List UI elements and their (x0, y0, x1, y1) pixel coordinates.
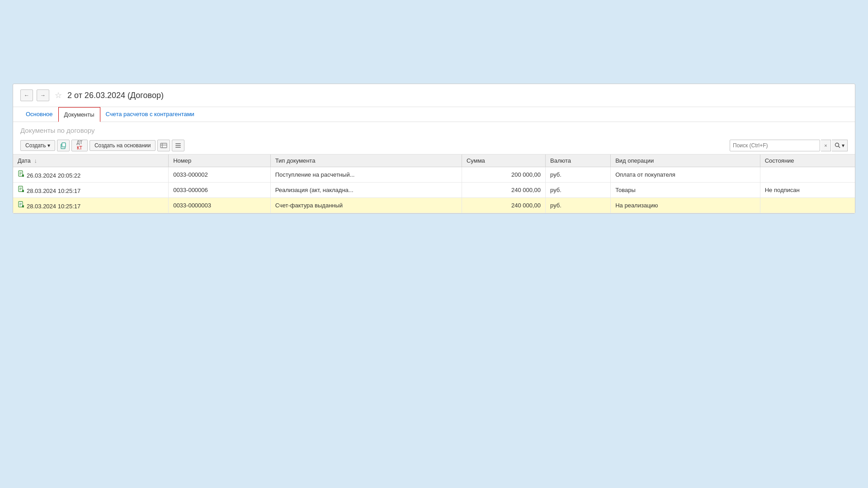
row-doc-icon (18, 201, 25, 208)
row-doc-icon (18, 186, 25, 193)
section-title: Документы по договору (13, 122, 855, 137)
cell-operation-1: Товары (611, 183, 760, 198)
col-operation[interactable]: Вид операции (611, 155, 760, 167)
cell-operation-0: Оплата от покупателя (611, 167, 760, 183)
table-row[interactable]: 28.03.2024 10:25:170033-000006Реализация… (13, 183, 855, 198)
cell-number-0: 0033-000002 (169, 167, 271, 183)
cell-type-1: Реализация (акт, накладна... (270, 183, 462, 198)
copy-button[interactable] (57, 140, 70, 151)
table-header: Дата ↓ Номер Тип документа Сумма Валюта … (13, 155, 855, 167)
kt-label: КТ (77, 145, 82, 151)
cell-number-1: 0033-000006 (169, 183, 271, 198)
cell-date-2: 28.03.2024 10:25:17 (13, 198, 169, 213)
cell-status-2 (760, 198, 855, 213)
header-bar: ← → ☆ 2 от 26.03.2024 (Договор) (13, 84, 855, 107)
cell-status-1: Не подписан (760, 183, 855, 198)
table-body: 26.03.2024 20:05:220033-000002Поступлени… (13, 167, 855, 213)
date-value: 26.03.2024 20:05:22 (27, 172, 80, 179)
cell-amount-2: 240 000,00 (462, 198, 545, 213)
tab-dokumenty[interactable]: Документы (58, 107, 100, 122)
search-dropdown-arrow: ▾ (842, 142, 844, 149)
cell-type-0: Поступление на расчетный... (270, 167, 462, 183)
cell-currency-0: руб. (546, 167, 611, 183)
date-value: 28.03.2024 10:25:17 (27, 203, 80, 210)
cell-amount-1: 240 000,00 (462, 183, 545, 198)
tab-osnovnoe[interactable]: Основное (20, 107, 58, 122)
tab-scheta[interactable]: Счета расчетов с контрагентами (100, 107, 200, 122)
tabs-bar: Основное Документы Счета расчетов с конт… (13, 107, 855, 122)
search-icon (835, 142, 841, 149)
table-row[interactable]: 26.03.2024 20:05:220033-000002Поступлени… (13, 167, 855, 183)
cell-status-0 (760, 167, 855, 183)
search-input[interactable] (730, 140, 820, 151)
back-button[interactable]: ← (20, 89, 33, 101)
list-settings-button[interactable] (172, 140, 184, 151)
sort-arrow-date: ↓ (34, 157, 37, 164)
list-icon (175, 142, 182, 149)
cell-date-0: 26.03.2024 20:05:22 (13, 167, 169, 183)
favorite-icon[interactable]: ☆ (55, 90, 62, 100)
cell-number-2: 0033-0000003 (169, 198, 271, 213)
create-basis-button[interactable]: Создать на основании (90, 140, 156, 151)
cell-currency-1: руб. (546, 183, 611, 198)
cell-type-2: Счет-фактура выданный (270, 198, 462, 213)
col-number[interactable]: Номер (169, 155, 271, 167)
date-value: 28.03.2024 10:25:17 (27, 188, 80, 194)
toolbar: Создать ▾ ДТ КТ Создать на основании (13, 137, 855, 155)
svg-line-9 (839, 146, 840, 148)
create-button[interactable]: Создать ▾ (20, 140, 55, 151)
svg-rect-2 (160, 143, 167, 148)
cell-date-1: 28.03.2024 10:25:17 (13, 183, 169, 198)
dt-label: ДТ (76, 140, 82, 145)
svg-rect-7 (175, 147, 181, 148)
copy-icon (60, 142, 67, 149)
col-currency[interactable]: Валюта (546, 155, 611, 167)
svg-point-8 (835, 143, 839, 147)
svg-rect-6 (175, 145, 181, 146)
cell-currency-2: руб. (546, 198, 611, 213)
forward-button[interactable]: → (37, 89, 49, 101)
row-doc-icon (18, 170, 25, 178)
col-status[interactable]: Состояние (760, 155, 855, 167)
table-settings-button[interactable] (157, 140, 170, 151)
cell-operation-2: На реализацию (611, 198, 760, 213)
data-table: Дата ↓ Номер Тип документа Сумма Валюта … (13, 155, 855, 213)
col-date[interactable]: Дата ↓ (13, 155, 169, 167)
col-type[interactable]: Тип документа (270, 155, 462, 167)
main-panel: ← → ☆ 2 от 26.03.2024 (Договор) Основное… (13, 84, 855, 214)
cell-amount-0: 200 000,00 (462, 167, 545, 183)
search-container: × ▾ (730, 140, 848, 151)
table-settings-icon (160, 142, 167, 149)
table-row[interactable]: 28.03.2024 10:25:170033-0000003Счет-факт… (13, 198, 855, 213)
dtkt-button[interactable]: ДТ КТ (71, 140, 88, 151)
table-header-row: Дата ↓ Номер Тип документа Сумма Валюта … (13, 155, 855, 167)
svg-rect-1 (62, 143, 66, 147)
col-amount[interactable]: Сумма (462, 155, 545, 167)
svg-rect-5 (175, 143, 181, 144)
search-clear-button[interactable]: × (821, 140, 831, 151)
search-go-button[interactable]: ▾ (832, 140, 848, 151)
page-title: 2 от 26.03.2024 (Договор) (67, 91, 164, 100)
